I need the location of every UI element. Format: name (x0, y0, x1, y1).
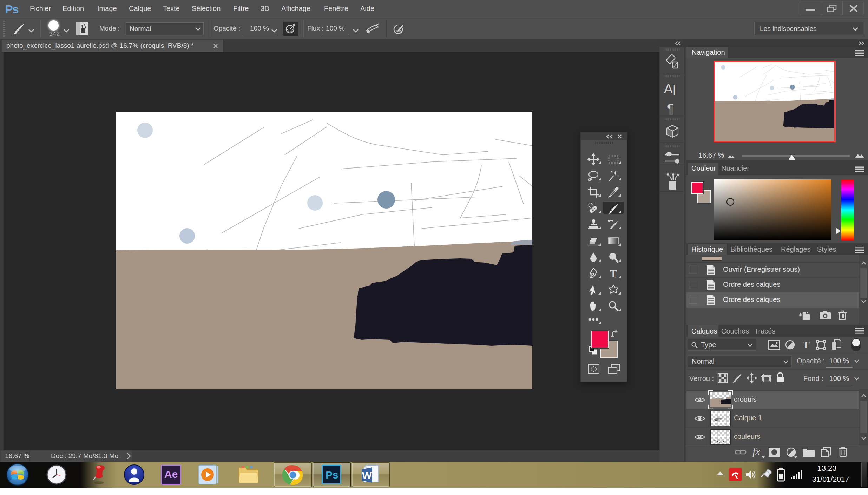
svg-text:T: T (803, 339, 810, 350)
svg-text:W: W (362, 469, 372, 481)
